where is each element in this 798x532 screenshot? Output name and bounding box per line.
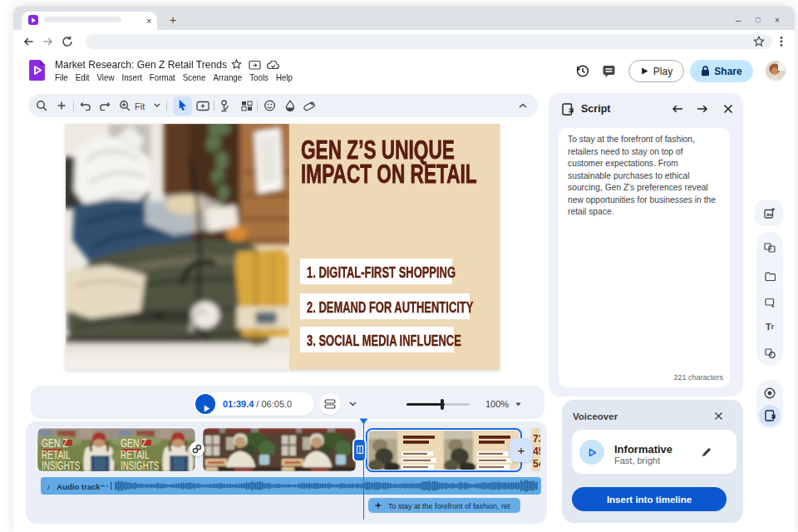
- svg-text:INSIGHTS: INSIGHTS: [42, 460, 80, 471]
- svg-text:54: 54: [533, 458, 540, 470]
- svg-text:45: 45: [533, 446, 540, 457]
- svg-text:INSIGHTS: INSIGHTS: [121, 460, 159, 471]
- svg-text:73: 73: [533, 433, 540, 445]
